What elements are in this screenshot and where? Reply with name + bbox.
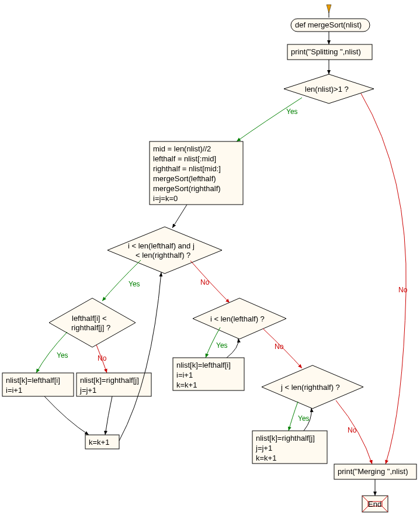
edge-ar1-kinc <box>105 396 112 435</box>
ar2-l2: j=j+1 <box>255 444 272 452</box>
flowchart-canvas: def mergeSort(nlist) print("Splitting ",… <box>0 0 420 529</box>
len-gt1-label: len(nlist)>1 ? <box>305 85 349 94</box>
while-j-no-label: No <box>348 426 357 434</box>
while-i-yes-label: Yes <box>216 341 228 350</box>
entry-arrow-icon <box>327 5 331 13</box>
while-j-yes-label: Yes <box>298 414 310 423</box>
while-j-label: j < len(righthalf) ? <box>280 383 340 392</box>
cmp-l1: lefthalf[i] < <box>72 314 107 323</box>
node-init-block: mid = len(nlist)//2 lefthalf = nlist[:mi… <box>150 141 243 205</box>
node-k-inc: k=k+1 <box>85 435 119 449</box>
al2-l3: k=k+1 <box>176 381 197 389</box>
init-l2: lefthalf = nlist[:mid] <box>153 154 216 163</box>
edge-al2-loop <box>227 338 238 358</box>
while-ij-yes-label: Yes <box>129 280 140 288</box>
svg-marker-5 <box>49 298 136 347</box>
node-end: End <box>362 496 388 512</box>
node-print-split: print("Splitting ",nlist) <box>287 44 372 60</box>
edge-len-no <box>361 94 406 464</box>
end-label: End <box>368 500 381 509</box>
init-l1: mid = len(nlist)//2 <box>153 144 211 153</box>
edge-len-yes <box>237 98 302 141</box>
edge-init-while-ij <box>172 205 187 228</box>
node-while-ij: i < len(lefthalf) and j < len(righthalf)… <box>107 227 222 274</box>
node-print-merge: print("Merging ",nlist) <box>334 464 416 479</box>
al1-l2: i=i+1 <box>6 386 22 395</box>
print-split-label: print("Splitting ",nlist) <box>291 47 361 56</box>
while-i-no-label: No <box>275 343 284 351</box>
ar2-l1: nlist[k]=righthalf[j] <box>256 434 315 442</box>
node-while-i: i < len(lefthalf) ? <box>193 298 286 339</box>
while-ij-no-label: No <box>200 278 210 286</box>
svg-marker-4 <box>107 227 222 274</box>
init-l5: mergeSort(righthalf) <box>153 184 221 193</box>
node-assign-left1: nlist[k]=lefthalf[i] i=i+1 <box>2 373 74 396</box>
node-len-gt1: len(nlist)>1 ? <box>284 74 374 103</box>
edge-al1-kinc <box>44 396 89 435</box>
node-cmp-lr: lefthalf[i] < righthalf[j] ? <box>49 298 136 347</box>
ar1-l2: j=j+1 <box>79 386 96 395</box>
node-assign-right2: nlist[k]=righthalf[j] j=j+1 k=k+1 <box>252 431 327 464</box>
edge-kinc-loop <box>119 272 161 441</box>
func-label: def mergeSort(nlist) <box>295 20 362 29</box>
k-inc-label: k=k+1 <box>89 438 109 447</box>
init-l4: mergeSort(lefthalf) <box>153 174 216 183</box>
while-ij-l2: < len(righthalf) ? <box>136 251 190 260</box>
init-l3: righthalf = nlist[mid:] <box>153 164 221 173</box>
ar2-l3: k=k+1 <box>256 454 276 462</box>
al2-l1: nlist[k]=lefthalf[i] <box>176 361 231 369</box>
len-no-label: No <box>398 286 408 294</box>
len-yes-label: Yes <box>286 108 298 116</box>
node-assign-right1: nlist[k]=righthalf[j] j=j+1 <box>77 373 151 396</box>
init-l6: i=j=k=0 <box>153 194 178 203</box>
edge-while-j-yes <box>289 402 298 431</box>
edge-while-ij-no <box>190 261 230 303</box>
cmp-no-label: No <box>98 354 107 362</box>
ar1-l1: nlist[k]=righthalf[j] <box>80 376 139 385</box>
while-ij-l1: i < len(lefthalf) and j <box>128 241 195 250</box>
print-merge-label: print("Merging ",nlist) <box>338 467 408 476</box>
node-assign-left2: nlist[k]=lefthalf[i] i=i+1 k=k+1 <box>173 358 244 390</box>
cmp-yes-label: Yes <box>57 351 68 359</box>
node-func: def mergeSort(nlist) <box>291 19 370 32</box>
cmp-l2: righthalf[j] ? <box>71 323 110 332</box>
while-i-label: i < len(lefthalf) ? <box>210 314 265 323</box>
al2-l2: i=i+1 <box>176 371 193 379</box>
al1-l1: nlist[k]=lefthalf[i] <box>6 376 60 385</box>
node-while-j: j < len(righthalf) ? <box>262 365 363 409</box>
